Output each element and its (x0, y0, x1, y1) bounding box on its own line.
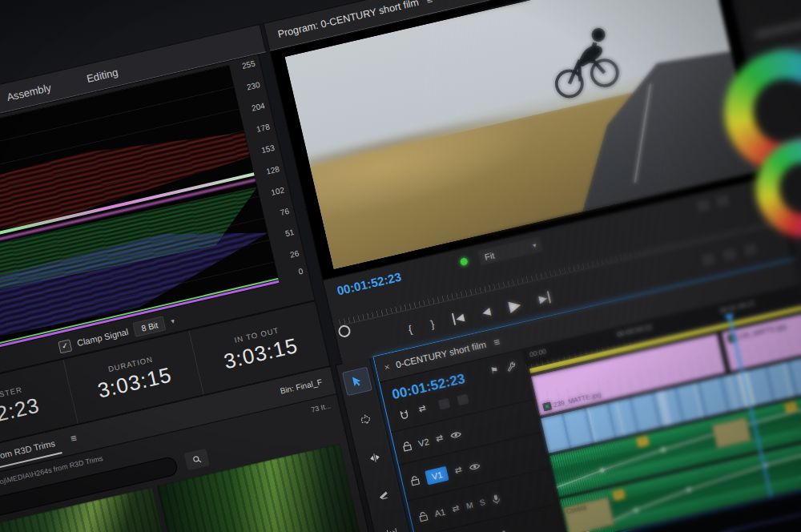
workspace-tab-assembly[interactable]: Assembly (6, 81, 52, 103)
sync-lock-icon[interactable]: ⇄ (435, 433, 445, 445)
bin-panel-menu-icon[interactable]: ≡ (70, 432, 78, 445)
clamp-signal-checkbox[interactable]: ✓ (58, 339, 72, 353)
eye-icon[interactable] (468, 461, 481, 472)
scale-51: 51 (284, 228, 295, 238)
eye-icon[interactable] (449, 429, 462, 440)
timeline-panel-menu-icon[interactable]: ≡ (493, 335, 501, 348)
workspace-tab-editing[interactable]: Editing (86, 66, 119, 85)
track-select-forward-tool-button[interactable] (352, 406, 380, 433)
scale-204: 204 (251, 101, 266, 112)
timeline-settings-button[interactable] (457, 394, 469, 406)
export-frame-button[interactable] (743, 244, 758, 256)
photo-of-premiere-ui: Learning Assembly Editing Program: 0-CEN… (0, 0, 801, 532)
selection-tool-button[interactable] (342, 367, 372, 397)
cursor-arrow-icon (349, 373, 364, 389)
bin-name-label: Bin: Final_F (280, 377, 323, 396)
fit-label: Fit (484, 250, 496, 261)
razor-tool-button[interactable] (369, 482, 398, 509)
lock-icon[interactable] (401, 440, 412, 451)
scale-102: 102 (270, 185, 285, 196)
slip-tool-button[interactable] (378, 519, 407, 532)
panel-menu-icon[interactable]: ≡ (425, 0, 434, 6)
scale-76: 76 (280, 207, 290, 217)
timeline-settings-button[interactable] (438, 398, 450, 410)
scale-255: 255 (241, 59, 256, 71)
go-to-in-button[interactable]: ◀ (452, 311, 465, 325)
monitor-screen: Learning Assembly Editing Program: 0-CEN… (0, 0, 801, 532)
step-forward-button[interactable]: ▶ (537, 291, 551, 305)
track-label-targeted[interactable]: V1 (425, 466, 449, 485)
ripple-edit-tool-button[interactable] (360, 444, 389, 471)
mark-out-button[interactable]: } (429, 318, 436, 331)
step-back-button[interactable]: ◀ (481, 304, 492, 318)
mic-icon[interactable] (499, 530, 509, 532)
mic-icon[interactable] (491, 494, 501, 506)
bin-item-count: 73 It... (310, 401, 332, 413)
snap-magnet-icon[interactable] (397, 408, 411, 421)
duration-value: 3:03:15 (95, 362, 174, 403)
blurred-setting-label (755, 14, 801, 38)
scale-26: 26 (289, 248, 300, 259)
play-button[interactable]: ▶ (507, 295, 522, 316)
master-timecode: :52:23 (0, 393, 42, 431)
monitor-settings-button[interactable] (716, 195, 731, 208)
sync-lock-icon[interactable]: ⇄ (451, 502, 461, 514)
linked-selection-icon[interactable]: ⇄ (417, 403, 427, 415)
track-select-icon (358, 413, 373, 428)
mute-button[interactable]: M (465, 501, 474, 511)
scale-230: 230 (246, 80, 261, 91)
sync-lock-icon[interactable]: ⇄ (453, 465, 463, 477)
lock-icon[interactable] (418, 510, 429, 522)
program-playhead-knob[interactable] (337, 324, 352, 338)
lock-icon[interactable] (409, 474, 420, 486)
marker-flag-icon[interactable]: ⚑ (489, 365, 500, 377)
scale-0: 0 (298, 267, 304, 276)
program-timecode[interactable]: 00:01:52:23 (336, 270, 402, 298)
track-label[interactable]: V2 (417, 436, 430, 448)
scale-178: 178 (256, 123, 271, 134)
mark-in-button[interactable]: { (407, 323, 413, 336)
razor-icon (376, 488, 391, 503)
scale-128: 128 (265, 164, 280, 175)
bit-depth-select[interactable]: 8 Bit (133, 316, 167, 337)
extract-button[interactable] (723, 248, 737, 261)
ruler-label: 00:00 (529, 347, 547, 359)
close-icon[interactable]: × (384, 361, 391, 372)
search-icon (191, 453, 203, 465)
dropped-frame-indicator (460, 257, 469, 266)
track-label[interactable]: A1 (433, 506, 446, 518)
monitor-settings-button[interactable] (696, 200, 710, 212)
transition-label: Consta (566, 504, 587, 515)
slip-icon (384, 526, 400, 532)
solo-button[interactable]: S (479, 498, 486, 507)
ripple-edit-icon (367, 450, 382, 466)
chevron-down-icon: ▾ (532, 241, 537, 249)
bin-search-button[interactable] (184, 449, 210, 471)
scale-153: 153 (260, 143, 276, 155)
lift-button[interactable] (702, 253, 716, 266)
chevron-down-icon[interactable]: ▾ (170, 316, 175, 325)
in-to-out-value: 3:03:15 (222, 332, 300, 373)
timeline-wrench-icon[interactable] (505, 361, 517, 373)
